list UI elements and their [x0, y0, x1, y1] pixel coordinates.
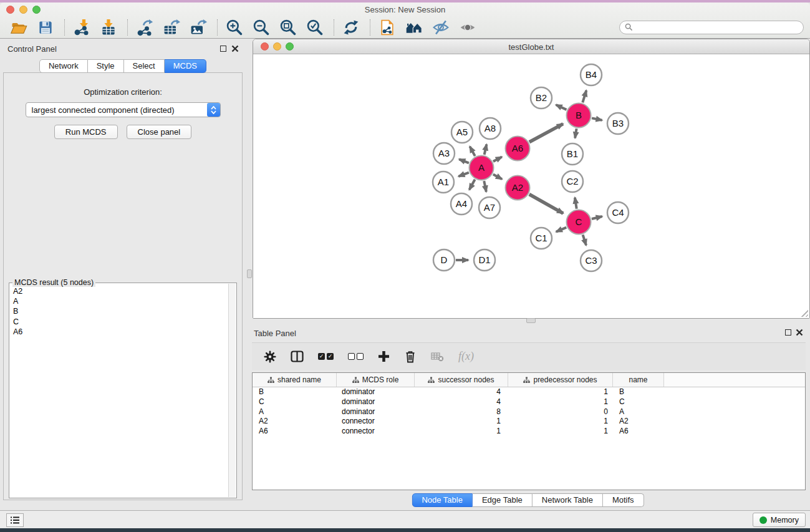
graph-node-B1[interactable]: B1 — [562, 143, 583, 165]
table-cell[interactable]: C — [253, 397, 337, 407]
graph-node-A6[interactable]: A6 — [506, 137, 530, 161]
export-table-button[interactable] — [161, 18, 182, 37]
graph-node-C4[interactable]: C4 — [607, 202, 629, 223]
graph-node-D[interactable]: D — [433, 249, 455, 271]
column-header-mcds-role[interactable]: MCDS role — [337, 373, 415, 387]
tab-network-table[interactable]: Network Table — [533, 493, 603, 507]
graph-edge-A-A4[interactable] — [470, 180, 475, 190]
close-table-panel-icon[interactable] — [796, 329, 803, 336]
zoom-out-button[interactable] — [251, 18, 272, 37]
graph-edge-A-A3[interactable] — [459, 159, 469, 163]
hide-selected-button[interactable] — [430, 18, 451, 37]
graph-node-A2[interactable]: A2 — [506, 176, 530, 200]
mcds-result-item[interactable]: C — [13, 317, 228, 327]
graph-edge-B-B1[interactable] — [575, 128, 576, 138]
column-header-name[interactable]: name — [613, 373, 664, 387]
table-cell[interactable]: 4 — [415, 397, 508, 407]
graph-node-A3[interactable]: A3 — [433, 143, 455, 164]
create-column-button[interactable] — [378, 351, 390, 362]
mcds-result-item[interactable]: A2 — [13, 286, 228, 296]
table-cell[interactable]: 0 — [508, 407, 613, 417]
table-cell[interactable]: A — [613, 407, 664, 417]
show-all-button[interactable] — [457, 18, 478, 37]
graph-edge-C-C4[interactable] — [592, 216, 602, 219]
nested-network-button[interactable] — [403, 18, 425, 37]
table-row[interactable]: A6connector11A6 — [253, 427, 805, 437]
table-cell[interactable]: C — [613, 397, 664, 407]
graph-node-C2[interactable]: C2 — [562, 171, 583, 192]
graph-node-B[interactable]: B — [567, 104, 591, 128]
mcds-result-scrollbar[interactable] — [228, 284, 236, 497]
table-cell[interactable]: 1 — [415, 427, 508, 437]
show-columns-button[interactable] — [291, 351, 304, 362]
float-table-panel-icon[interactable] — [785, 329, 791, 336]
deselect-all-button[interactable] — [348, 353, 364, 360]
graph-node-A4[interactable]: A4 — [451, 193, 472, 215]
table-cell[interactable]: 1 — [508, 427, 613, 437]
column-header-predecessor-nodes[interactable]: predecessor nodes — [508, 373, 613, 387]
table-cell[interactable]: 1 — [508, 387, 613, 397]
graph-edge-B-B2[interactable] — [556, 105, 567, 110]
tab-network[interactable]: Network — [39, 59, 88, 73]
mcds-result-item[interactable]: B — [13, 306, 228, 316]
tab-select[interactable]: Select — [124, 59, 165, 73]
graph-edge-C-C1[interactable] — [556, 228, 566, 232]
table-row[interactable]: A2connector11A2 — [253, 417, 805, 427]
import-network-button[interactable] — [71, 18, 92, 37]
table-cell[interactable]: 1 — [508, 417, 613, 427]
tab-node-table[interactable]: Node Table — [412, 493, 473, 507]
zoom-fit-button[interactable] — [277, 18, 299, 37]
show-log-button[interactable] — [6, 513, 24, 527]
graph-node-A[interactable]: A — [470, 156, 494, 180]
graph-edge-B-B4[interactable] — [582, 90, 586, 103]
horizontal-splitter-grip[interactable] — [526, 318, 536, 323]
table-cell[interactable]: A6 — [613, 427, 664, 437]
float-panel-icon[interactable] — [220, 46, 226, 52]
table-cell[interactable]: dominator — [337, 407, 415, 417]
select-all-button[interactable]: ✓ ✓ — [318, 353, 334, 360]
table-cell[interactable]: 8 — [415, 407, 508, 417]
graph-edge-A-A7[interactable] — [484, 181, 486, 191]
table-options-button[interactable] — [264, 351, 276, 363]
function-builder-button[interactable]: f(x) — [458, 350, 474, 363]
table-row[interactable]: Cdominator41C — [253, 397, 805, 407]
table-cell[interactable]: 4 — [415, 387, 508, 397]
criterion-select[interactable]: largest connected component (directed) — [26, 102, 221, 117]
column-header-shared-name[interactable]: shared name — [253, 373, 337, 387]
export-image-button[interactable] — [188, 18, 209, 37]
table-row[interactable]: Bdominator41B — [253, 387, 805, 397]
column-header-successor-nodes[interactable]: successor nodes — [415, 373, 508, 387]
close-panel-button[interactable]: Close panel — [127, 125, 192, 139]
tab-edge-table[interactable]: Edge Table — [473, 493, 533, 507]
graph-node-A5[interactable]: A5 — [451, 122, 473, 143]
tab-mcds[interactable]: MCDS — [165, 59, 206, 73]
table-cell[interactable]: 1 — [508, 397, 613, 407]
delete-columns-button[interactable] — [404, 350, 417, 363]
graph-node-B2[interactable]: B2 — [531, 87, 552, 109]
tab-style[interactable]: Style — [88, 59, 124, 73]
graph-node-A1[interactable]: A1 — [433, 172, 454, 193]
search-input[interactable] — [636, 23, 798, 32]
open-session-button[interactable] — [8, 18, 29, 37]
zoom-in-button[interactable] — [224, 18, 245, 37]
graph-node-A7[interactable]: A7 — [479, 197, 500, 218]
graph-edge-A6-B[interactable] — [529, 124, 563, 142]
graph-edge-C-C2[interactable] — [575, 198, 577, 209]
graph-node-C3[interactable]: C3 — [581, 250, 602, 271]
graph-node-A8[interactable]: A8 — [480, 118, 501, 139]
graph-edge-A-A1[interactable] — [458, 173, 469, 177]
table-cell[interactable]: 1 — [415, 417, 508, 427]
table-cell[interactable]: B — [613, 387, 664, 397]
graph-node-B4[interactable]: B4 — [581, 64, 602, 85]
graph-edge-A-A2[interactable] — [493, 174, 502, 179]
table-cell[interactable]: dominator — [337, 397, 415, 407]
table-cell[interactable]: A — [253, 407, 337, 417]
table-cell[interactable]: A6 — [253, 427, 337, 437]
delete-table-button[interactable] — [431, 351, 444, 362]
mcds-result-item[interactable]: A6 — [13, 327, 228, 337]
graph-edge-A-A5[interactable] — [470, 147, 475, 156]
graph-node-C[interactable]: C — [567, 210, 591, 235]
graph-node-C1[interactable]: C1 — [531, 228, 552, 249]
graph-node-D1[interactable]: D1 — [474, 249, 495, 271]
clone-network-button[interactable] — [377, 18, 398, 37]
